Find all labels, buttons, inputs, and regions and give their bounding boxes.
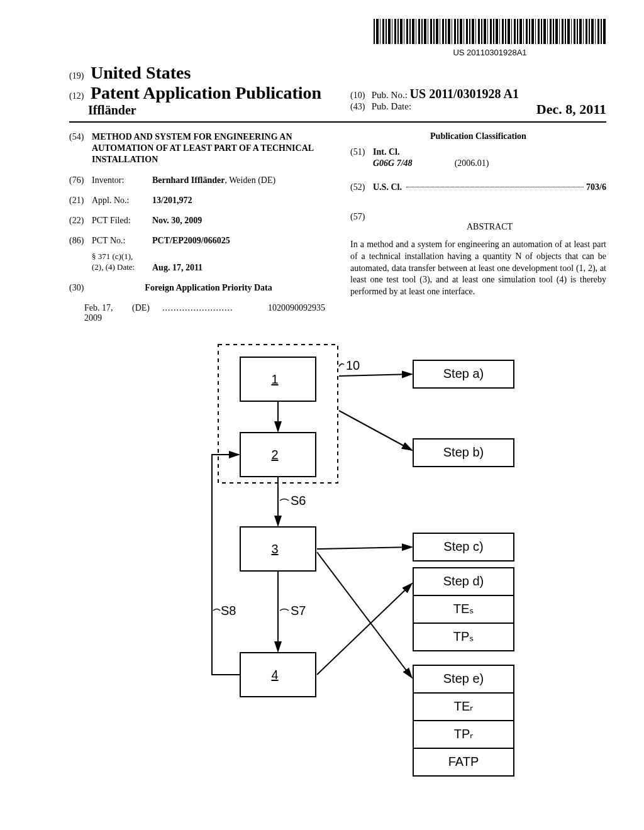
pub-no: US 2011/0301928 A1 bbox=[410, 87, 519, 101]
priority-number: 1020090092935 bbox=[268, 303, 325, 323]
code-76: (76) bbox=[69, 175, 92, 186]
fig-step-e: Step e) bbox=[443, 672, 484, 685]
fig-step-d: Step d) bbox=[443, 574, 484, 588]
pct-filed: Nov. 30, 2009 bbox=[152, 215, 325, 226]
fig-fatp: FATP bbox=[448, 755, 479, 768]
divider bbox=[69, 121, 606, 123]
pct-no: PCT/EP2009/066025 bbox=[152, 235, 325, 246]
pub-date-label: Pub. Date: bbox=[372, 101, 411, 111]
author-name: Iffländer bbox=[69, 103, 325, 118]
fig-box-3: 3 bbox=[271, 542, 278, 556]
uscl-value: 703/6 bbox=[586, 182, 606, 193]
fig-box-1: 1 bbox=[271, 372, 278, 386]
appl-no-label: Appl. No.: bbox=[92, 195, 152, 206]
abstract-heading: ABSTRACT bbox=[373, 221, 606, 233]
code-86: (86) bbox=[69, 235, 92, 246]
intcl-label: Int. Cl. bbox=[373, 147, 399, 157]
code-21: (21) bbox=[69, 195, 92, 206]
intcl-code: G06G 7/48 bbox=[373, 158, 413, 168]
code-52: (52) bbox=[350, 182, 373, 193]
fig-tpr: TPᵣ bbox=[454, 727, 474, 741]
fig-step-c: Step c) bbox=[443, 540, 483, 553]
sec371-label1: § 371 (c)(1), bbox=[92, 252, 152, 262]
intcl-date: (2006.01) bbox=[455, 158, 489, 168]
priority-dots: ......................... bbox=[162, 303, 268, 323]
fig-tps: TPₛ bbox=[453, 629, 474, 643]
fig-box-4: 4 bbox=[271, 668, 278, 682]
sec371-date: Aug. 17, 2011 bbox=[152, 262, 325, 274]
fig-label-10: 10 bbox=[346, 358, 360, 372]
fig-label-s8: S8 bbox=[221, 604, 236, 617]
priority-country: (DE) bbox=[132, 303, 162, 323]
appl-no: 13/201,972 bbox=[152, 195, 325, 206]
code-19: (19) bbox=[69, 71, 88, 81]
pub-date: Dec. 8, 2011 bbox=[536, 101, 606, 118]
inventor-value: Bernhard Iffländer, Weiden (DE) bbox=[152, 175, 325, 186]
code-54: (54) bbox=[69, 131, 92, 166]
fig-box-2: 2 bbox=[271, 448, 278, 462]
invention-title: METHOD AND SYSTEM FOR ENGINEERING AN AUT… bbox=[92, 131, 325, 166]
fig-tes: TEₛ bbox=[453, 602, 474, 616]
foreign-priority-heading: Foreign Application Priority Data bbox=[92, 282, 325, 294]
publication-type: Patent Application Publication bbox=[91, 83, 321, 103]
code-12: (12) bbox=[69, 91, 88, 101]
code-51: (51) bbox=[350, 147, 373, 169]
fig-step-a: Step a) bbox=[443, 367, 484, 380]
classification-heading: Publication Classification bbox=[350, 131, 606, 141]
code-22: (22) bbox=[69, 215, 92, 226]
fig-ter: TEᵣ bbox=[454, 699, 474, 713]
abstract-text: In a method and a system for engineering… bbox=[350, 239, 606, 298]
pub-no-label: Pub. No.: bbox=[372, 90, 408, 100]
figure-diagram: 10 1 2 S6 3 S7 4 bbox=[136, 338, 539, 785]
pct-no-label: PCT No.: bbox=[92, 235, 152, 246]
barcode bbox=[374, 19, 606, 44]
sec371-label2: (2), (4) Date: bbox=[92, 262, 152, 274]
uscl-dots bbox=[406, 187, 584, 187]
fig-label-s7: S7 bbox=[291, 604, 306, 617]
fig-step-b: Step b) bbox=[443, 445, 484, 459]
inventor-label: Inventor: bbox=[92, 175, 152, 186]
country: United States bbox=[91, 63, 191, 83]
code-57: (57) bbox=[350, 211, 373, 236]
uscl-label: U.S. Cl. bbox=[373, 182, 402, 193]
pct-filed-label: PCT Filed: bbox=[92, 215, 152, 226]
fig-label-s6: S6 bbox=[291, 494, 306, 507]
code-30: (30) bbox=[69, 282, 92, 294]
code-10: (10) bbox=[350, 91, 369, 101]
code-43: (43) bbox=[350, 102, 369, 112]
barcode-area: US 20110301928A1 bbox=[69, 19, 606, 58]
barcode-text: US 20110301928A1 bbox=[374, 48, 606, 57]
priority-date: Feb. 17, 2009 bbox=[69, 303, 132, 323]
